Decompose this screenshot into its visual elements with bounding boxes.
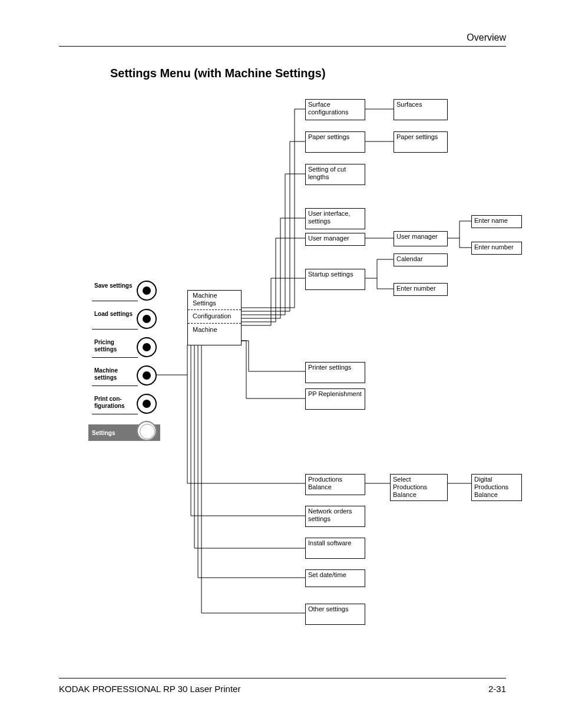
- box-digital-prod-balance: Digital Productions Balance: [471, 474, 522, 501]
- menu-pricing-settings[interactable]: Pricing settings: [92, 338, 138, 358]
- menu-machine-settings[interactable]: Machine settings: [92, 366, 138, 386]
- footer-left: KODAK PROFESSIONAL RP 30 Laser Printer: [59, 684, 240, 694]
- menu-print-configurations[interactable]: Print con- figurations: [92, 394, 138, 414]
- radio-pricing-icon[interactable]: [137, 337, 157, 357]
- box-surfaces: Surfaces: [394, 99, 448, 120]
- box-enter-number: Enter number: [394, 283, 448, 296]
- menu-load-settings[interactable]: Load settings: [92, 309, 138, 330]
- box-calendar: Calendar: [394, 253, 448, 266]
- box-other-settings: Other settings: [305, 604, 365, 625]
- radio-machine-icon[interactable]: [137, 365, 157, 386]
- box-surface-config: Surface configurations: [305, 99, 365, 120]
- box-enter-number-2: Enter number: [471, 242, 522, 255]
- radio-load-icon[interactable]: [137, 309, 157, 329]
- radio-save-icon[interactable]: [137, 281, 157, 301]
- box-productions-balance: Productions Balance: [305, 474, 365, 495]
- box-paper-settings: Paper settings: [305, 131, 365, 153]
- box-select-prod-balance: Select Productions Balance: [390, 474, 448, 501]
- settings-tab-label: Settings: [92, 430, 115, 436]
- box-user-manager: User manager: [305, 233, 365, 246]
- box-pp-replenishment: PP Replenishment: [305, 388, 365, 410]
- box-enter-name: Enter name: [471, 215, 522, 228]
- box-install-software: Install software: [305, 538, 365, 559]
- radio-settings-icon: [137, 421, 157, 441]
- box-paper-settings-2: Paper settings: [394, 131, 448, 153]
- menu-save-settings[interactable]: Save settings: [92, 281, 138, 301]
- header-rule: [59, 46, 506, 47]
- page: Overview Settings Menu (with Machine Set…: [0, 0, 562, 728]
- page-title: Settings Menu (with Machine Settings): [110, 67, 326, 80]
- box-startup-settings: Startup settings: [305, 269, 365, 290]
- diagram-connectors: [0, 0, 562, 728]
- hub-machine-settings: Machine Settings: [188, 291, 241, 308]
- hub-machine: Machine: [188, 325, 241, 335]
- box-cut-lengths: Setting of cut lengths: [305, 164, 365, 185]
- box-network-orders: Network orders settings: [305, 506, 365, 527]
- hub-divider-2: [188, 323, 241, 324]
- box-ui-settings: User interface, settings: [305, 208, 365, 229]
- hub-configuration: Configuration: [188, 311, 241, 322]
- footer-rule: [59, 678, 506, 678]
- footer-right: 2-31: [488, 684, 506, 694]
- box-user-manager-2: User manager: [394, 231, 448, 246]
- box-set-datetime: Set date/time: [305, 569, 365, 587]
- box-printer-settings: Printer settings: [305, 362, 365, 383]
- hub-divider-1: [188, 309, 241, 310]
- radio-print-icon[interactable]: [137, 394, 157, 414]
- header-section: Overview: [59, 32, 506, 43]
- hub-box: Machine Settings Configuration Machine: [187, 290, 242, 345]
